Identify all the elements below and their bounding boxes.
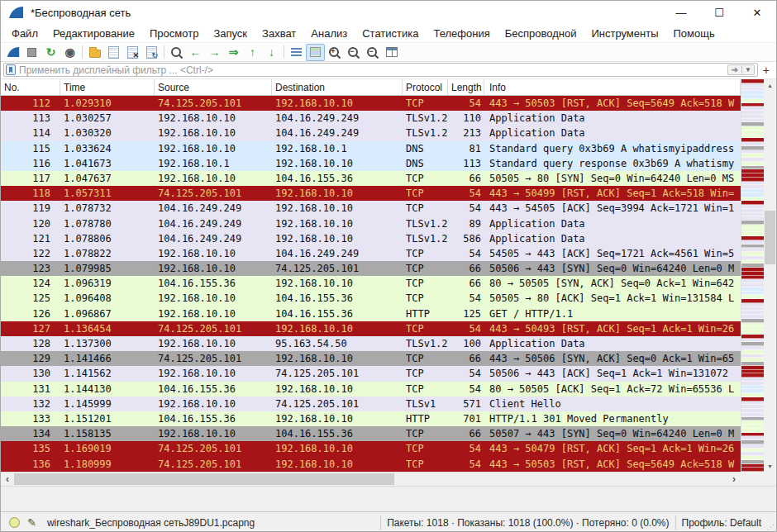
expert-info-icon[interactable]	[9, 517, 20, 528]
packet-row[interactable]: 1121.02931074.125.205.101192.168.10.10TC…	[1, 96, 741, 111]
column-header-info[interactable]: Info	[484, 79, 741, 95]
menu-item-телефония[interactable]: Телефония	[426, 26, 497, 41]
filter-dropdown-caret-icon[interactable]: ▼	[741, 66, 754, 74]
minimap[interactable]	[741, 79, 764, 472]
packet-row[interactable]: 1161.041673192.168.10.1192.168.10.10DNS1…	[1, 156, 741, 171]
menu-item-файл[interactable]: Файл	[4, 26, 45, 41]
packet-row[interactable]: 1151.033624192.168.10.10192.168.10.1DNS8…	[1, 141, 741, 156]
menu-item-статистика[interactable]: Статистика	[355, 26, 426, 41]
resize-columns-button[interactable]	[382, 44, 401, 61]
save-file-icon	[108, 46, 119, 59]
menu-item-инструменты[interactable]: Инструменты	[584, 26, 665, 41]
packet-row[interactable]: 1221.078822192.168.10.10104.16.249.249TC…	[1, 246, 741, 261]
start-capture-button[interactable]	[3, 44, 22, 61]
menu-item-анализ[interactable]: Анализ	[303, 26, 355, 41]
stop-capture-button[interactable]	[22, 44, 41, 61]
vscroll-thumb[interactable]	[765, 211, 775, 264]
profile-label[interactable]: Профиль: Default	[682, 517, 762, 529]
packet-row[interactable]: 1141.030320192.168.10.10104.16.249.249TL…	[1, 126, 741, 140]
packet-row[interactable]: 1191.078732104.16.249.249192.168.10.10TC…	[1, 201, 741, 216]
horizontal-scrollbar[interactable]: ‹ ›	[1, 472, 741, 486]
apply-filter-button[interactable]: ➜	[728, 65, 741, 74]
menu-item-беспроводной[interactable]: Беспроводной	[498, 26, 584, 41]
menu-item-захват[interactable]: Захват	[255, 26, 303, 41]
magnifier-icon	[170, 46, 183, 59]
restart-capture-button[interactable]: ↻	[41, 44, 60, 61]
scroll-left-icon[interactable]: ‹	[1, 473, 14, 486]
column-header-src[interactable]: Source	[155, 79, 272, 95]
vscroll-track[interactable]	[764, 91, 776, 460]
go-forward-button[interactable]: →	[205, 44, 224, 61]
cell-info: 443 → 50506 [SYN, ACK] Seq=0 Ack=1 Win=6…	[484, 351, 741, 366]
packet-row[interactable]: 1131.030257192.168.10.10104.16.249.249TL…	[1, 111, 741, 126]
column-header-len[interactable]: Length	[448, 79, 484, 95]
capture-options-button[interactable]: ◉	[60, 44, 79, 61]
packet-row[interactable]: 1291.14146674.125.205.101192.168.10.10TC…	[1, 351, 741, 366]
cell-info: 80 → 50505 [ACK] Seq=1 Ack=72 Win=65536 …	[484, 382, 741, 397]
go-first-packet-button[interactable]: ↑	[243, 44, 262, 61]
packet-row[interactable]: 1271.13645474.125.205.101192.168.10.10TC…	[1, 321, 741, 336]
packet-row[interactable]: 1341.158135192.168.10.10104.16.155.36TCP…	[1, 426, 741, 441]
packet-row[interactable]: 1351.16901974.125.205.101192.168.10.10TC…	[1, 441, 741, 456]
go-back-button[interactable]: ←	[186, 44, 205, 61]
scroll-right-icon[interactable]: ›	[727, 473, 741, 486]
packet-row[interactable]: 1201.078780104.16.249.249192.168.10.10TL…	[1, 216, 741, 231]
packet-row[interactable]: 1331.151201104.16.155.36192.168.10.10HTT…	[1, 411, 741, 426]
column-header-no[interactable]: No.	[1, 79, 60, 95]
packet-row[interactable]: 1301.141562192.168.10.1074.125.205.101TC…	[1, 366, 741, 381]
packet-row[interactable]: 1211.078806104.16.249.249192.168.10.10TL…	[1, 231, 741, 246]
minimize-button[interactable]: —	[662, 1, 700, 24]
auto-scroll-button[interactable]	[287, 44, 306, 61]
cell-len: 54	[448, 457, 484, 472]
scroll-up-icon[interactable]: ▲	[767, 79, 773, 91]
colorize-button[interactable]	[306, 44, 325, 61]
cell-time: 1.151201	[60, 411, 155, 426]
packet-row[interactable]: 1321.145999192.168.10.1074.125.205.101TL…	[1, 397, 741, 411]
packet-row[interactable]: 1241.096319104.16.155.36192.168.10.10TCP…	[1, 276, 741, 291]
packet-row[interactable]: 1281.137300192.168.10.1095.163.54.50TLSv…	[1, 336, 741, 351]
open-file-button[interactable]	[85, 44, 104, 61]
hscroll-thumb[interactable]	[14, 473, 394, 485]
add-filter-button[interactable]: +	[760, 64, 773, 77]
hscroll-track[interactable]	[14, 473, 727, 486]
cell-proto: TCP	[403, 186, 448, 201]
display-filter-input[interactable]	[19, 64, 727, 76]
cell-no: 122	[1, 246, 60, 261]
menu-item-редактирование[interactable]: Редактирование	[45, 26, 142, 41]
vertical-scrollbar[interactable]: ▲ ▼	[764, 79, 776, 472]
resize-grip[interactable]: ⋰	[766, 512, 776, 532]
packet-row[interactable]: 1181.05731174.125.205.101192.168.10.10TC…	[1, 186, 741, 201]
scroll-down-icon[interactable]: ▼	[767, 460, 773, 472]
packet-row[interactable]: 1261.096867192.168.10.10104.16.155.36HTT…	[1, 306, 741, 321]
close-file-button[interactable]: ✕	[123, 44, 142, 61]
cell-proto: TLSv1.2	[403, 336, 448, 351]
packet-row[interactable]: 1251.096408192.168.10.10104.16.155.36TCP…	[1, 291, 741, 306]
packet-row[interactable]: 1311.144130104.16.155.36192.168.10.10TCP…	[1, 382, 741, 397]
annotation-pencil-icon[interactable]: ✎	[27, 516, 36, 529]
bookmark-icon[interactable]	[6, 64, 16, 75]
packet-row[interactable]: 1171.047637192.168.10.10104.16.155.36TCP…	[1, 171, 741, 186]
column-header-proto[interactable]: Protocol	[403, 79, 448, 95]
cell-dst: 192.168.10.10	[272, 382, 403, 397]
reload-file-button[interactable]: ↻	[142, 44, 161, 61]
zoom-out-button[interactable]: −	[344, 44, 363, 61]
maximize-button[interactable]: ☐	[700, 1, 738, 24]
cell-no: 124	[1, 276, 60, 291]
find-packet-button[interactable]	[167, 44, 186, 61]
column-header-dst[interactable]: Destination	[272, 79, 403, 95]
go-last-packet-button[interactable]: ↓	[262, 44, 281, 61]
menu-item-просмотр[interactable]: Просмотр	[142, 26, 206, 41]
menu-item-запуск[interactable]: Запуск	[206, 26, 255, 41]
packet-row[interactable]: 1231.079985192.168.10.1074.125.205.101TC…	[1, 261, 741, 276]
save-file-button[interactable]	[104, 44, 123, 61]
titlebar: *Беспроводная сеть — ☐ ✕	[1, 1, 776, 24]
column-header-time[interactable]: Time	[60, 79, 155, 95]
filter-bar: ➜ ▼ +	[1, 62, 776, 79]
close-button[interactable]: ✕	[738, 1, 776, 24]
zoom-in-button[interactable]: +	[325, 44, 344, 61]
packet-row[interactable]: 1361.18099974.125.205.101192.168.10.10TC…	[1, 457, 741, 472]
zoom-normal-button[interactable]: −	[363, 44, 382, 61]
go-to-packet-button[interactable]: ⇒	[224, 44, 243, 61]
cell-len: 54	[448, 201, 484, 216]
menu-item-помощь[interactable]: Помощь	[666, 26, 722, 41]
